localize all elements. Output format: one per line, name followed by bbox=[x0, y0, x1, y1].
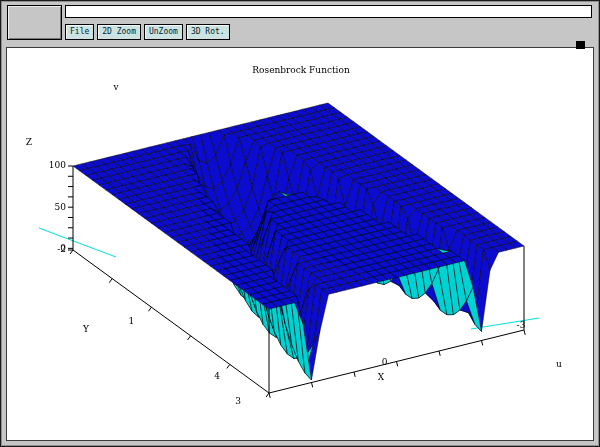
message-strip bbox=[65, 5, 592, 18]
window-menu-panel[interactable] bbox=[7, 5, 62, 40]
unzoom-button[interactable]: UnZoom bbox=[144, 24, 183, 40]
plot3d-canvas[interactable] bbox=[7, 48, 593, 440]
graphics-window: File 2D Zoom UnZoom 3D Rot. bbox=[0, 0, 600, 447]
rot-3d-button[interactable]: 3D Rot. bbox=[186, 24, 230, 40]
plot-area bbox=[6, 47, 594, 441]
corner-marker bbox=[576, 41, 585, 49]
file-button[interactable]: File bbox=[65, 24, 94, 40]
zoom-2d-button[interactable]: 2D Zoom bbox=[97, 24, 141, 40]
toolbar: File 2D Zoom UnZoom 3D Rot. bbox=[65, 24, 230, 40]
